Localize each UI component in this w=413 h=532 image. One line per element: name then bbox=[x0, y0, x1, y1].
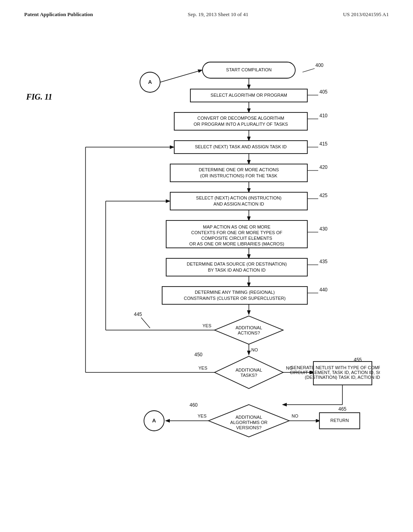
ref-425: 425 bbox=[319, 193, 327, 198]
node-460-line2: ALGORITHMS OR bbox=[230, 420, 267, 425]
ref-405: 405 bbox=[319, 89, 327, 95]
node-450-line2: TASKS? bbox=[240, 373, 257, 378]
ref-435: 435 bbox=[319, 259, 327, 264]
ref-440: 440 bbox=[319, 287, 327, 293]
node-415-text: SELECT (NEXT) TASK AND ASSIGN TASK ID bbox=[195, 144, 287, 149]
header-sheet: Sep. 19, 2013 Sheet 10 of 41 bbox=[188, 11, 248, 18]
ref-400: 400 bbox=[315, 62, 323, 68]
node-410-line1: CONVERT OR DECOMPOSE ALGORITHM bbox=[197, 116, 284, 121]
ref-420: 420 bbox=[319, 164, 327, 170]
node-460-line3: VERSIONS? bbox=[236, 425, 262, 430]
node-450-line1: ADDITIONAL bbox=[236, 368, 262, 372]
header-publisher: Patent Application Publication bbox=[24, 11, 93, 18]
node-420-line1: DETERMINE ONE OR MORE ACTIONS bbox=[199, 167, 279, 172]
node-445-line2: ACTIONS? bbox=[238, 330, 260, 335]
node-return-text: RETURN bbox=[330, 418, 349, 423]
node-430-line4: OR AS ONE OR MORE LIBRARIES (MACROS) bbox=[189, 241, 284, 246]
header-patent: US 2013/0241595 A1 bbox=[343, 11, 389, 18]
yes-label-445: YES bbox=[202, 323, 211, 328]
svg-line-18 bbox=[141, 318, 150, 328]
node-435-line2: BY TASK ID AND ACTION ID bbox=[208, 268, 265, 272]
page-header: Patent Application Publication Sep. 19, … bbox=[0, 0, 413, 22]
node-430-line3: COMPOSITE CIRCUIT ELEMENTS bbox=[201, 236, 272, 241]
svg-line-0 bbox=[302, 69, 315, 72]
ref-465: 465 bbox=[338, 406, 346, 412]
node-A1-text: A bbox=[148, 79, 152, 85]
flowchart-svg: 400 START COMPILATION 405 SELECT ALGORIT… bbox=[33, 50, 380, 509]
diagram-area: FIG. 11 400 START COMPILATION 405 SELECT… bbox=[0, 22, 413, 517]
node-400-text: START COMPILATION bbox=[226, 67, 272, 72]
node-435-line1: DETERMINE DATA SOURCE (OR DESTINATION) bbox=[187, 262, 287, 266]
ref-430: 430 bbox=[319, 226, 327, 232]
node-420-line2: (OR INSTRUCTIONS) FOR THE TASK bbox=[200, 173, 277, 178]
node-430-line1: MAP ACTION AS ONE OR MORE bbox=[203, 224, 270, 229]
ref-460: 460 bbox=[190, 402, 198, 408]
node-455-line2: CIRCUIT ELEMENT, TASK ID, ACTION ID, SOU… bbox=[290, 370, 380, 375]
node-A2-text: A bbox=[152, 418, 156, 424]
node-405-text: SELECT ALGORITHM OR PROGRAM bbox=[211, 93, 287, 98]
node-445-line1: ADDITIONAL bbox=[236, 325, 262, 330]
ref-410: 410 bbox=[319, 113, 327, 118]
node-460-line1: ADDITIONAL bbox=[236, 415, 262, 420]
ref-445: 445 bbox=[134, 312, 142, 317]
node-425-line2: AND ASSIGN ACTION ID bbox=[213, 202, 264, 206]
node-425-line1: SELECT (NEXT) ACTION (INSTRUCTION) bbox=[196, 195, 282, 200]
no-label-445: NO bbox=[251, 347, 258, 352]
node-455-line3: (DESTINATION) TASK ID, ACTION ID bbox=[305, 375, 380, 380]
ref-450: 450 bbox=[194, 352, 202, 357]
patent-page: Patent Application Publication Sep. 19, … bbox=[0, 0, 413, 532]
yes-label-450: YES bbox=[198, 366, 207, 370]
node-440-line1: DETERMINE ANY TIMING (REGIONAL) bbox=[195, 290, 275, 295]
node-455-line1: GENERATE NETLIST WITH TYPE OF COMPOSITE bbox=[290, 365, 380, 370]
no-label-460: NO bbox=[292, 414, 298, 418]
svg-line-32 bbox=[160, 70, 202, 82]
yes-label-460: YES bbox=[198, 414, 206, 418]
figure-label: FIG. 11 bbox=[26, 92, 52, 102]
node-410-line2: OR PROGRAM INTO A PLURALITY OF TASKS bbox=[194, 122, 288, 127]
node-440-line2: CONSTRAINTS (CLUSTER OR SUPERCLUSTER) bbox=[184, 296, 286, 301]
node-430-line2: CONTEXTS FOR ONE OR MORE TYPES OF bbox=[191, 230, 282, 235]
ref-415: 415 bbox=[319, 141, 327, 147]
